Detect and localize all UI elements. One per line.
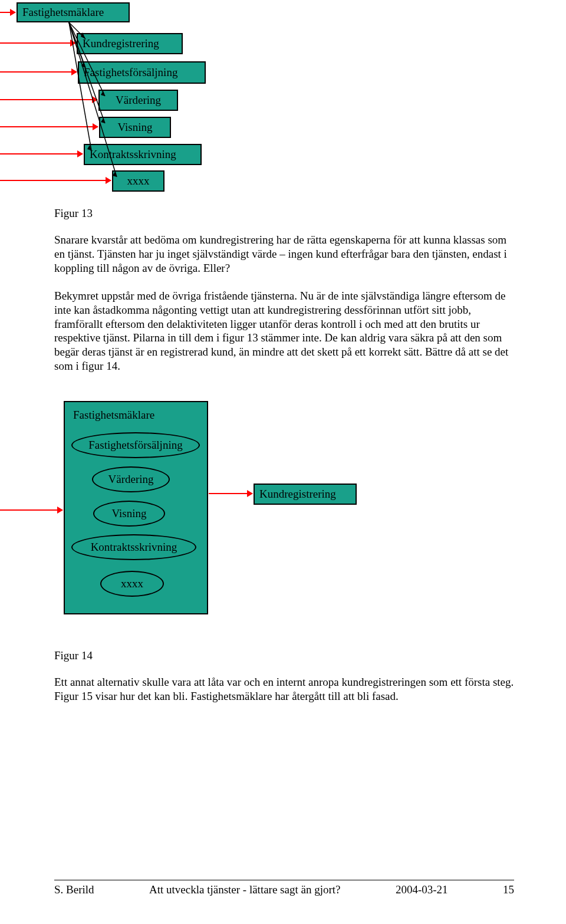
arrow-to-root-icon — [0, 12, 15, 13]
figure14-caption-text: Figur 14 — [54, 649, 93, 662]
d1-child-0-label: Kundregistrering — [83, 37, 159, 51]
d1-child-4-label: Kontraktsskrivning — [90, 147, 176, 162]
d1-child-5: xxxx — [112, 170, 164, 192]
paragraph-1-text: Snarare kvarstår att bedöma om kundregis… — [54, 234, 507, 274]
paragraph-3-text: Ett annat alternativ skulle vara att låt… — [54, 676, 514, 702]
d2-side-box-label: Kundregistrering — [259, 487, 336, 501]
arrow-child-0-icon — [0, 42, 75, 44]
figure13-caption: Figur 13 — [54, 206, 93, 221]
footer-date: 2004-03-21 — [396, 883, 448, 897]
page-footer: S. Berild Att utveckla tjänster - lättar… — [54, 880, 514, 897]
d1-child-0: Kundregistrering — [77, 33, 183, 54]
d1-child-5-label: xxxx — [127, 174, 150, 188]
paragraph-2-text: Bekymret uppstår med de övriga friståend… — [54, 290, 508, 372]
d2-ellipse-4-label: xxxx — [121, 577, 143, 591]
paragraph-3: Ett annat alternativ skulle vara att låt… — [54, 675, 514, 703]
footer-page: 15 — [503, 883, 514, 897]
d2-container-label: Fastighetsmäklare — [73, 408, 154, 422]
d1-child-1: Fastighetsförsäljning — [78, 61, 206, 84]
arrow-to-container-icon — [0, 509, 62, 511]
figure13-caption-text: Figur 13 — [54, 207, 93, 219]
d2-ellipse-0-label: Fastighetsförsäljning — [88, 438, 182, 452]
diagram-figure-14: Fastighetsmäklare Fastighetsförsäljning … — [0, 401, 413, 619]
d2-ellipse-1-label: Värdering — [108, 472, 153, 486]
footer-author: S. Berild — [54, 883, 94, 897]
d2-ellipse-0: Fastighetsförsäljning — [71, 432, 200, 458]
arrow-child-2-icon — [0, 99, 97, 100]
d2-ellipse-2-label: Visning — [111, 507, 146, 521]
d2-side-box: Kundregistrering — [254, 484, 357, 505]
d2-ellipse-1: Värdering — [92, 466, 170, 492]
d2-ellipse-3: Kontraktsskrivning — [71, 534, 196, 560]
d1-child-1-label: Fastighetsförsäljning — [84, 65, 177, 80]
arrow-child-1-icon — [0, 71, 77, 73]
arrow-child-3-icon — [0, 126, 98, 127]
d1-child-2: Värdering — [98, 90, 178, 111]
d1-child-4: Kontraktsskrivning — [84, 144, 202, 165]
d1-root-label: Fastighetsmäklare — [22, 5, 104, 19]
d2-ellipse-2: Visning — [93, 501, 165, 527]
d1-child-3-label: Visning — [117, 120, 152, 134]
d1-child-3: Visning — [99, 117, 171, 138]
d1-root-box: Fastighetsmäklare — [17, 2, 130, 22]
paragraph-1: Snarare kvarstår att bedöma om kundregis… — [54, 233, 514, 275]
arrow-child-5-icon — [0, 180, 111, 181]
arrow-child-4-icon — [0, 153, 83, 154]
d1-child-2-label: Värdering — [116, 93, 161, 107]
diagram-figure-13: Fastighetsmäklare Kundregistrering Fasti… — [0, 0, 566, 189]
paragraph-2: Bekymret uppstår med de övriga friståend… — [54, 289, 514, 373]
footer-title: Att utveckla tjänster - lättare sagt än … — [149, 883, 340, 897]
arrow-to-sidebox-icon — [209, 493, 252, 494]
d2-ellipse-4: xxxx — [100, 571, 164, 597]
figure14-caption: Figur 14 — [54, 649, 93, 663]
d2-ellipse-3-label: Kontraktsskrivning — [91, 540, 177, 554]
